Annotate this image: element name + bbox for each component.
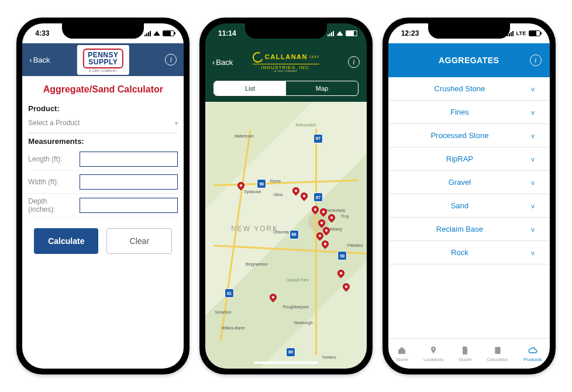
chevron-down-icon: v: [531, 85, 535, 92]
device-notch: [62, 23, 144, 39]
product-select[interactable]: Select a Product ▾: [28, 115, 178, 133]
highway-shield: 90: [257, 179, 266, 188]
calculator-icon: [492, 346, 503, 355]
app-header: ‹ Back CALLANAN1883 INDUSTRIES, INC. A C…: [205, 43, 367, 81]
park-label: Catskill Park: [286, 278, 309, 282]
map-road: [315, 129, 317, 356]
city-label: Scranton: [215, 310, 232, 314]
back-button[interactable]: ‹ Back: [212, 58, 233, 67]
device-notch: [245, 23, 327, 39]
location-pin[interactable]: [336, 269, 346, 278]
chevron-left-icon: ‹: [212, 58, 215, 67]
location-pin[interactable]: [341, 282, 351, 292]
document-icon: [460, 346, 470, 355]
length-input[interactable]: [80, 152, 178, 167]
location-pin[interactable]: [326, 212, 336, 222]
battery-icon: [529, 30, 540, 36]
back-label: Back: [33, 56, 50, 64]
city-label: Binghamton: [246, 262, 267, 266]
chevron-down-icon: v: [531, 179, 535, 186]
tab-bar: Stone Locations Quote Calculator Product…: [388, 338, 550, 369]
location-pin[interactable]: [291, 185, 301, 195]
wifi-icon: [336, 31, 343, 36]
list-item[interactable]: Crushed Stonev: [388, 77, 550, 101]
tab-stone[interactable]: Stone: [396, 346, 408, 362]
city-label: Oneonta: [273, 230, 289, 234]
cloud-icon: [528, 346, 538, 355]
segmented-control: List Map: [205, 81, 367, 102]
dropdown-icon: ▾: [175, 120, 178, 126]
chevron-down-icon: v: [531, 202, 535, 209]
highway-shield: 87: [313, 134, 323, 143]
back-button[interactable]: ‹ Back: [29, 56, 50, 64]
back-label: Back: [216, 58, 233, 67]
tab-locations[interactable]: Locations: [423, 346, 443, 362]
signal-icon: [328, 30, 334, 36]
page-title: AGGREGATES: [439, 56, 499, 65]
tab-products[interactable]: Products: [523, 346, 542, 362]
location-map[interactable]: NEW YORK 87 87 88 90 81 80 90 Watertown …: [205, 102, 367, 369]
city-label: Watertown: [235, 134, 254, 138]
location-pin[interactable]: [311, 204, 321, 214]
city-label: Utica: [273, 192, 282, 197]
city-label: Yonkers: [322, 355, 336, 359]
highway-shield: 80: [286, 348, 295, 357]
chevron-down-icon: v: [531, 109, 535, 116]
battery-icon: [346, 30, 357, 36]
list-item[interactable]: RipRAPv: [388, 147, 550, 171]
location-pin[interactable]: [236, 180, 246, 190]
status-time: 11:14: [218, 29, 236, 37]
phone-frame-calculator: 4:33 ‹ Back PENNSYSUPPLY A CRH COMPANY i…: [16, 18, 189, 374]
tab-calculator[interactable]: Calculator: [487, 346, 508, 362]
brand-logo: PENNSYSUPPLY A CRH COMPANY: [77, 45, 129, 75]
park-label: Adirondack: [296, 123, 316, 127]
city-label: Wilkes-Barre: [222, 326, 245, 330]
location-pin[interactable]: [320, 239, 330, 249]
network-label: LTE: [516, 30, 526, 36]
city-label: Albany: [330, 227, 342, 231]
highway-shield: 81: [225, 288, 234, 298]
info-button[interactable]: i: [348, 56, 360, 68]
device-notch: [428, 23, 510, 39]
info-button[interactable]: i: [165, 54, 177, 66]
brand-logo: CALLANAN1883 INDUSTRIES, INC. A CRH COMP…: [253, 52, 319, 73]
home-icon: [397, 346, 407, 355]
depth-input[interactable]: [80, 198, 178, 213]
tab-map[interactable]: Map: [286, 81, 358, 95]
wifi-icon: [153, 31, 160, 36]
calculate-button[interactable]: Calculate: [34, 228, 98, 254]
svg-rect-0: [495, 347, 500, 354]
tab-quote[interactable]: Quote: [459, 346, 472, 362]
city-label: Troy: [341, 214, 349, 218]
city-label: Rome: [270, 179, 281, 183]
list-item[interactable]: Finesv: [388, 101, 550, 124]
signal-icon: [144, 30, 151, 36]
highway-shield: 90: [337, 251, 347, 260]
app-header: ‹ Back PENNSYSUPPLY A CRH COMPANY i: [22, 43, 184, 76]
chevron-left-icon: ‹: [29, 56, 32, 64]
list-item[interactable]: Processed Stonev: [388, 124, 550, 147]
info-button[interactable]: i: [530, 54, 542, 66]
measurements-section-label: Measurements:: [28, 133, 178, 148]
highway-shield: 88: [290, 230, 299, 239]
product-section-label: Product:: [28, 101, 178, 115]
city-label: Pittsfield: [347, 243, 363, 247]
state-label: NEW YORK: [231, 225, 278, 233]
location-pin[interactable]: [317, 218, 327, 228]
status-time: 12:23: [401, 29, 419, 37]
list-item[interactable]: Reclaim Basev: [388, 218, 550, 241]
city-label: Poughkeepsie: [282, 305, 308, 309]
clear-button[interactable]: Clear: [106, 228, 172, 254]
location-pin[interactable]: [268, 293, 278, 302]
depth-label: Depth (inches):: [28, 197, 75, 214]
location-pin[interactable]: [299, 191, 309, 201]
tab-list[interactable]: List: [214, 81, 286, 95]
app-header: AGGREGATES i: [388, 43, 550, 77]
width-input[interactable]: [80, 174, 178, 190]
highway-shield: 87: [313, 192, 323, 202]
list-item[interactable]: Rockv: [388, 241, 550, 264]
city-label: Syracuse: [244, 190, 261, 194]
list-item[interactable]: Sandv: [388, 194, 550, 218]
list-item[interactable]: Gravelv: [388, 171, 550, 194]
map-road: [219, 129, 251, 341]
